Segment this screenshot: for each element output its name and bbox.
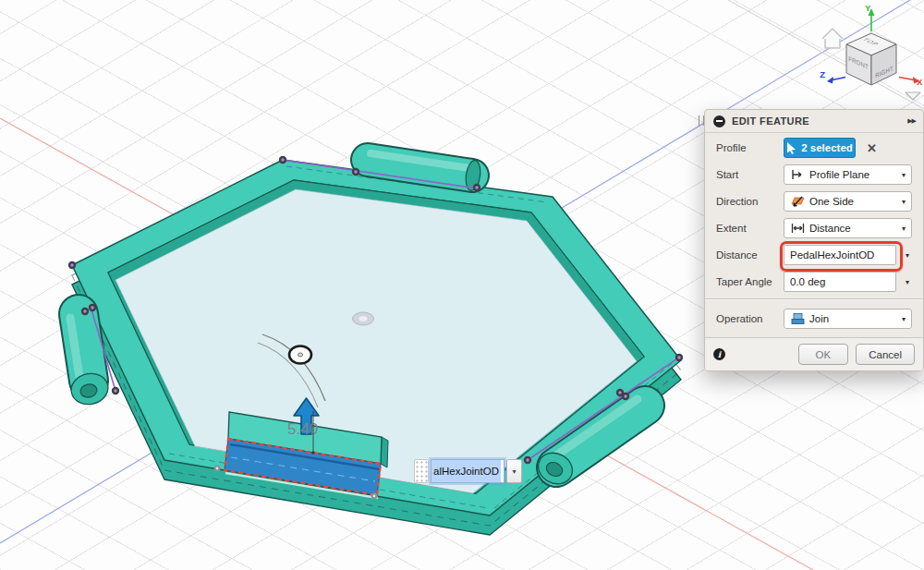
direction-label: Direction — [716, 196, 784, 207]
viewcube-menu-icon[interactable] — [906, 92, 920, 100]
x-axis-label: X — [917, 77, 923, 87]
profile-label: Profile — [716, 142, 784, 153]
z-axis-label: Z — [820, 69, 825, 79]
extent-dropdown[interactable]: Distance ▾ — [784, 218, 912, 238]
viewcube[interactable]: TOP FRONT RIGHT Y X Z — [820, 3, 923, 100]
dimension-anchor-dot — [311, 451, 314, 454]
taper-label: Taper Angle — [716, 276, 784, 287]
start-label: Start — [716, 169, 784, 180]
caret-icon: ▾ — [902, 315, 906, 323]
direction-dropdown[interactable]: One Side ▾ — [784, 191, 912, 212]
row-operation: Operation Join ▾ — [716, 309, 912, 329]
start-dropdown[interactable]: Profile Plane ▾ — [784, 164, 912, 185]
dimension-input[interactable]: alHexJointOD — [431, 459, 505, 483]
operation-label: Operation — [716, 313, 784, 324]
input-drag-handle[interactable] — [414, 459, 429, 483]
dimension-input-caret[interactable]: ▾ — [506, 459, 522, 483]
row-profile: Profile 2 selected ✕ — [716, 138, 912, 158]
y-axis-label: Y — [865, 3, 871, 13]
row-direction: Direction One Side ▾ — [716, 191, 912, 212]
dialog-footer: i OK Cancel — [705, 337, 923, 370]
ok-button[interactable]: OK — [798, 344, 849, 365]
dialog-title: EDIT FEATURE — [732, 115, 907, 127]
viewport-canvas[interactable]: 5.40 TOP FRONT RIGHT Y X Z alHexJoi — [0, 0, 924, 570]
dimension-input-value: alHexJointOD — [432, 460, 501, 482]
dialog-drag-grip[interactable] — [699, 115, 704, 126]
taper-input[interactable]: 0.0 deg — [784, 272, 896, 292]
collapse-icon[interactable] — [713, 115, 725, 127]
home-icon[interactable] — [822, 29, 843, 48]
join-operation-icon — [790, 312, 805, 325]
detach-icon[interactable]: ▶▶ — [907, 117, 916, 125]
distance-extent-icon — [790, 223, 805, 234]
row-start: Start Profile Plane ▾ — [716, 164, 912, 185]
caret-icon: ▾ — [902, 224, 906, 233]
caret-icon: ▾ — [512, 467, 516, 476]
distance-label: Distance — [716, 249, 784, 261]
row-distance: Distance PedalHexJointOD ▾ — [716, 245, 912, 265]
profile-plane-icon — [790, 169, 805, 180]
caret-icon: ▾ — [902, 198, 906, 206]
dialog-header[interactable]: EDIT FEATURE ▶▶ — [705, 110, 923, 133]
dialog-separator — [705, 298, 923, 300]
profile-selected-button[interactable]: 2 selected — [784, 138, 856, 158]
caret-icon: ▾ — [902, 171, 906, 179]
distance-caret[interactable]: ▾ — [906, 251, 909, 260]
one-side-icon — [790, 196, 805, 208]
taper-caret[interactable]: ▾ — [906, 278, 909, 286]
row-extent: Extent Distance ▾ — [716, 218, 912, 238]
origin-marker — [353, 312, 374, 325]
distance-input[interactable]: PedalHexJointOD — [784, 245, 896, 265]
edit-feature-dialog: EDIT FEATURE ▶▶ Profile 2 selected ✕ Sta… — [704, 109, 924, 371]
info-icon[interactable]: i — [713, 348, 725, 360]
cancel-button[interactable]: Cancel — [856, 344, 915, 365]
row-taper: Taper Angle 0.0 deg ▾ — [716, 272, 912, 292]
extent-label: Extent — [716, 223, 784, 234]
dimension-input-group: alHexJointOD ▾ — [414, 459, 522, 483]
profile-clear-button[interactable]: ✕ — [867, 141, 877, 155]
operation-dropdown[interactable]: Join ▾ — [784, 309, 912, 329]
cursor-icon — [786, 142, 796, 154]
